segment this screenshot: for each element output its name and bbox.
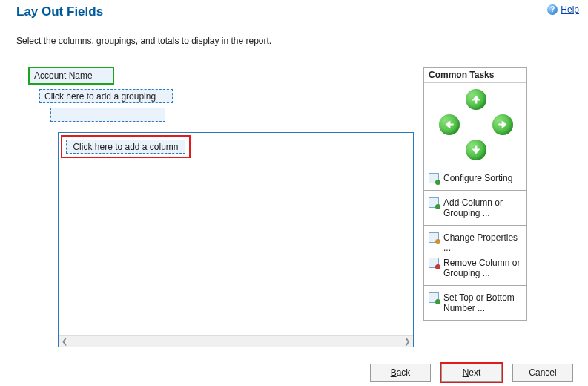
cancel-button[interactable]: Cancel	[512, 364, 573, 382]
next-button[interactable]: Next	[441, 364, 502, 382]
remove-icon	[429, 258, 439, 268]
topn-icon	[429, 292, 439, 303]
arrow-left-icon	[444, 120, 455, 130]
arrow-up-icon	[471, 94, 481, 105]
sort-icon	[429, 173, 439, 183]
help-link[interactable]: ? Help	[547, 4, 579, 15]
common-tasks-title: Common Tasks	[424, 68, 526, 83]
move-arrows-block	[424, 83, 526, 166]
move-left-button[interactable]	[439, 114, 460, 135]
back-label-rest: ack	[397, 367, 411, 378]
page-title: Lay Out Fields	[16, 4, 103, 19]
change-properties-label: Change Properties ...	[443, 232, 522, 253]
scroll-left-icon[interactable]: ❮	[62, 337, 67, 345]
help-icon: ?	[547, 4, 558, 15]
configure-sorting-label: Configure Sorting	[443, 173, 512, 183]
set-top-bottom-label: Set Top or Bottom Number ...	[443, 292, 522, 313]
change-properties-action[interactable]: Change Properties ...	[429, 230, 522, 255]
add-grouping-placeholder[interactable]: Click here to add a grouping	[39, 89, 173, 103]
layout-area: Account Name Click here to add a groupin…	[28, 67, 414, 122]
instruction-text: Select the columns, groupings, and total…	[0, 19, 588, 46]
arrow-right-icon	[498, 120, 508, 130]
account-name-field-highlight: Account Name	[28, 67, 114, 85]
account-name-field[interactable]: Account Name	[34, 71, 108, 81]
add-icon	[429, 197, 439, 208]
next-label-rest: ext	[469, 367, 480, 378]
columns-canvas: Click here to add a column ❮ ❯	[58, 132, 414, 347]
back-button[interactable]: Back	[370, 364, 431, 382]
remove-column-grouping-label: Remove Column or Grouping ...	[443, 258, 522, 278]
remove-column-grouping-action[interactable]: Remove Column or Grouping ...	[429, 255, 522, 281]
add-column-placeholder[interactable]: Click here to add a column	[66, 140, 185, 154]
move-right-button[interactable]	[492, 114, 513, 135]
help-label: Help	[561, 4, 579, 15]
empty-grouping-slot[interactable]	[50, 108, 165, 122]
add-column-highlight: Click here to add a column	[61, 135, 191, 158]
arrow-down-icon	[471, 145, 481, 155]
scroll-right-icon[interactable]: ❯	[404, 337, 410, 345]
move-up-button[interactable]	[466, 89, 486, 110]
move-down-button[interactable]	[466, 140, 486, 160]
horizontal-scrollbar[interactable]: ❮ ❯	[59, 335, 413, 347]
common-tasks-panel: Common Tasks Configure Sorting Add Colum…	[423, 67, 527, 321]
wizard-button-bar: Back Next Cancel	[370, 364, 573, 382]
set-top-bottom-action[interactable]: Set Top or Bottom Number ...	[429, 290, 522, 315]
properties-icon	[429, 232, 439, 243]
add-column-grouping-action[interactable]: Add Column or Grouping ...	[429, 195, 522, 220]
add-column-grouping-label: Add Column or Grouping ...	[443, 197, 522, 218]
configure-sorting-action[interactable]: Configure Sorting	[429, 171, 522, 186]
